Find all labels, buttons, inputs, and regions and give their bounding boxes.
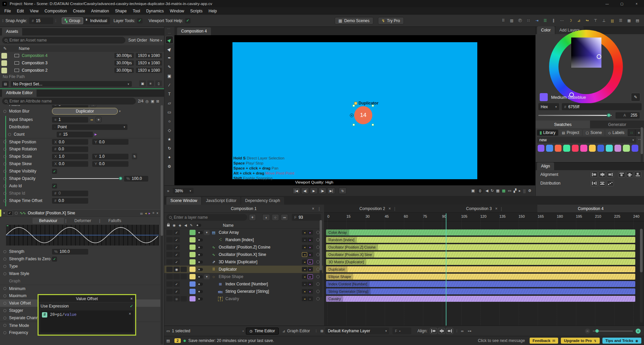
attribute-row[interactable]: Shape SkewX0.0Y0.0: [0, 160, 160, 167]
zoom-out-button[interactable]: −: [585, 329, 590, 334]
align-right-button[interactable]: [607, 171, 614, 178]
layer-color-swatch[interactable]: [190, 289, 196, 294]
layer-color-swatch[interactable]: [190, 252, 196, 257]
timeline-bar[interactable]: Duplicator: [326, 266, 635, 272]
attribute-row[interactable]: Shape PositionX0.0Y0.0: [0, 138, 160, 145]
layer-color-swatch[interactable]: [190, 245, 196, 250]
layer-selector-button[interactable]: Duplicator: [52, 108, 118, 115]
lock-cell[interactable]: [166, 259, 173, 265]
minimize-button[interactable]: —: [600, 0, 614, 7]
package-icon[interactable]: ▥: [508, 17, 516, 24]
color-swatch[interactable]: [572, 145, 579, 152]
menu-view[interactable]: View: [27, 7, 42, 15]
camera-toggle-icon[interactable]: [198, 231, 203, 234]
osc-tab-behaviour[interactable]: Behaviour: [33, 218, 64, 224]
attribute-port[interactable]: [8, 133, 11, 136]
y-field[interactable]: Y0.0: [92, 161, 128, 167]
close-icon[interactable]: ×: [128, 296, 135, 301]
library-tab-project[interactable]: ▤Project: [559, 130, 582, 136]
timeline-bar[interactable]: Oscillator [Position.Z] Cosine: [326, 244, 635, 250]
menu-dynamics[interactable]: Dynamics: [143, 7, 167, 15]
dots-grid-icon[interactable]: ∷: [525, 17, 532, 24]
add-input-button[interactable]: +: [96, 117, 102, 122]
color-swatch[interactable]: [546, 145, 553, 152]
timeline-tab-composition-3[interactable]: Composition 3×|: [431, 205, 537, 212]
value-field[interactable]: %100.0: [124, 176, 148, 182]
add-filter-button[interactable]: +: [90, 105, 96, 107]
color-swatch[interactable]: [580, 145, 587, 152]
use-expression-checkbox[interactable]: ✓: [130, 304, 133, 308]
layer-color-swatch[interactable]: [190, 230, 196, 235]
individual-mode-button[interactable]: ▘Individual: [83, 17, 110, 24]
color-swatch[interactable]: [623, 145, 630, 152]
pin-attributes-icon[interactable]: ▣: [151, 99, 154, 104]
distribute-stagger-button[interactable]: [607, 180, 614, 186]
distribute-h-button[interactable]: [591, 180, 598, 186]
attribute-row[interactable]: Wave Style: [0, 270, 160, 277]
out-port[interactable]: ▸: [308, 267, 313, 272]
in-port[interactable]: ◂: [302, 252, 307, 257]
close-icon[interactable]: ×: [388, 206, 391, 211]
attribute-row[interactable]: Shape Visibility✓: [0, 167, 160, 175]
asset-color-swatch[interactable]: [1, 60, 7, 66]
timeline-zoom-slider[interactable]: [593, 331, 633, 332]
go-end-button[interactable]: ▶|: [327, 188, 335, 194]
attribute-row[interactable]: Minimum: [0, 285, 160, 292]
ellipse-tool[interactable]: ○: [165, 117, 173, 125]
visibility-cell[interactable]: [173, 274, 180, 279]
layer-name[interactable]: String Generator [String]: [225, 289, 269, 294]
y-field[interactable]: Y0.0: [92, 139, 128, 145]
camera-toggle-icon[interactable]: [198, 283, 203, 286]
asset-color-swatch[interactable]: [1, 53, 7, 59]
out-port[interactable]: ▸: [308, 274, 313, 279]
timeline-bar[interactable]: Index Context [Number]: [326, 281, 635, 287]
checkbox[interactable]: ✓: [52, 169, 57, 174]
camera-toggle-icon[interactable]: [198, 297, 203, 300]
layer-name[interactable]: Oscillator [Position.X] Sine: [219, 252, 266, 257]
swatches-scrollbar-thumb[interactable]: [641, 127, 643, 154]
menu-create[interactable]: Create: [70, 7, 88, 15]
camera-toggle-icon[interactable]: [198, 246, 203, 249]
camera-toggle-icon[interactable]: [198, 290, 203, 293]
viewport-settings-icon[interactable]: ⚙: [528, 189, 531, 193]
enabled-checkbox[interactable]: ✓: [7, 211, 13, 216]
audio-icon[interactable]: ◀: [485, 189, 488, 193]
collapse-toolbar-icon[interactable]: »: [167, 189, 169, 193]
render-counter[interactable]: 0: [477, 189, 483, 193]
asset-search-input[interactable]: Enter an Asset name: [2, 37, 125, 44]
filter-settings-icon[interactable]: ≔: [281, 214, 288, 221]
eyedropper-icon[interactable]: ✎: [3, 46, 7, 51]
out-port-icon[interactable]: ▸: [149, 211, 150, 215]
align-center-h-button[interactable]: [599, 171, 606, 178]
star-tool[interactable]: ★: [165, 135, 173, 143]
layer-search-input[interactable]: Enter a layer name: [166, 214, 247, 221]
slider-knob[interactable]: [119, 177, 122, 180]
attribute-port[interactable]: [3, 177, 6, 180]
attribute-row[interactable]: Distribution·Point▾: [0, 123, 160, 131]
selection-handle[interactable]: [372, 105, 374, 107]
step-back-button[interactable]: ◀|: [301, 188, 309, 194]
rect-tool[interactable]: ▭: [165, 108, 173, 116]
asset-color-swatch[interactable]: [1, 68, 7, 73]
tab-swatches[interactable]: Swatches: [536, 121, 590, 128]
group-mode-button[interactable]: ▚Group: [62, 17, 83, 24]
enabled-checkbox[interactable]: ✓: [173, 245, 180, 250]
pen-tool[interactable]: ✒: [165, 54, 173, 62]
align-center-v-button[interactable]: [626, 171, 633, 178]
attribute-scrollbar-thumb[interactable]: [161, 105, 163, 236]
list-view-icon[interactable]: ≡: [147, 80, 154, 86]
attribute-row[interactable]: Shape ScaleX1.0Y1.0⇅: [0, 153, 160, 160]
lasso-icon[interactable]: ↬: [583, 17, 591, 24]
eyedropper-button[interactable]: ✎: [631, 93, 640, 101]
selection-handle[interactable]: [353, 105, 355, 107]
table-icon[interactable]: ▤: [634, 17, 641, 24]
sparkle-tool[interactable]: ✦: [165, 153, 173, 161]
layer-row[interactable]: ✓ ▼ ▤ Color Array ◂ ▸: [164, 229, 323, 236]
tips-button[interactable]: Tips and Tricks◉: [602, 338, 641, 344]
out-port[interactable]: ▸: [308, 282, 313, 286]
asset-row[interactable]: Composition 2 30.00fps 1920 x 1080: [0, 67, 164, 74]
layer-name[interactable]: Color Array: [219, 230, 239, 235]
library-tab-labels[interactable]: ◇Labels: [605, 130, 627, 136]
in-port[interactable]: ◂: [302, 267, 307, 272]
camera-toggle-icon[interactable]: [198, 261, 203, 264]
